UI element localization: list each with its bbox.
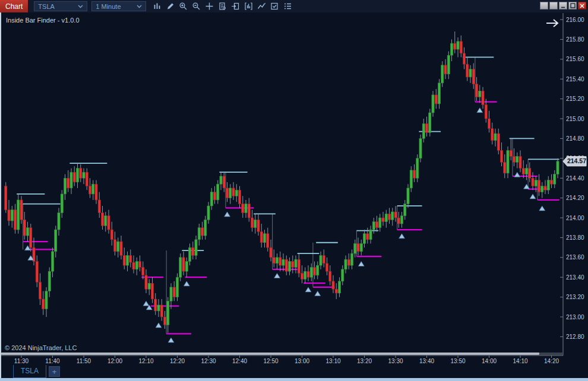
candle-up [245,204,247,213]
candle-up [61,194,63,213]
candle-up [557,161,559,174]
candle-up [350,253,353,265]
candle-down [86,172,88,186]
candle-down [120,242,122,255]
plot-area [5,31,559,342]
candle-up [263,234,265,243]
inside-bar-marker [168,338,174,342]
candle-up [282,259,284,265]
maximize-button[interactable] [568,2,577,9]
chart-toolbar-icons [152,2,292,11]
candle-up [416,158,419,178]
candle-up [432,95,434,113]
candle-up [220,176,222,184]
candle-down [138,261,141,267]
report-icon[interactable] [217,2,227,11]
candle-down [472,69,475,84]
window-bottom-border [0,378,588,381]
properties-list-icon[interactable] [283,2,292,11]
candle-up [157,305,160,311]
candle-down [151,283,153,299]
candle-up [48,271,50,291]
document-tab-bar: TSLA + [0,364,588,378]
inside-bar-marker [184,281,189,286]
candle-down [325,263,328,271]
candle-down [460,42,462,53]
candle-down [95,184,97,200]
price-tick-label: 215.20 [566,96,584,102]
candle-up [45,291,48,309]
candle-up [554,174,556,185]
window-button-blank-2[interactable] [549,2,558,9]
interval-dropdown[interactable]: 1 Minute [91,1,146,11]
symbol-dropdown[interactable]: TSLA [34,1,87,11]
crosshair-icon[interactable] [204,2,214,11]
candle-down [232,188,235,196]
price-tick-label: 213.60 [566,254,584,261]
candle-down [550,180,552,185]
add-tab-button[interactable]: + [49,366,60,377]
last-price-badge: 214.57 [563,157,586,166]
price-tick-label: 213.40 [566,274,584,281]
candle-up [450,43,453,55]
candle-up [64,178,66,194]
go-to-latest-arrow-icon[interactable] [545,18,559,31]
candle-down [435,95,437,104]
chevron-down-icon [137,5,142,8]
close-button[interactable] [578,2,586,9]
drawing-tools-pencil-icon[interactable] [165,2,175,11]
candle-down [329,271,331,281]
candle-down [113,240,116,252]
candle-down [101,213,103,226]
candle-down [335,289,337,293]
candle-down [301,274,303,280]
candle-down [5,186,7,210]
indicators-icon[interactable] [257,2,266,11]
candle-up [235,190,238,196]
candle-down [285,259,287,271]
candle-down [80,169,82,179]
candle-up [76,169,78,182]
chart-window-tab[interactable]: Chart [0,0,28,12]
candle-up [438,83,440,104]
chart-canvas[interactable]: 216.00215.80215.60215.40215.20215.00214.… [0,0,588,381]
candle-down [108,216,110,230]
candle-up [167,301,169,325]
candle-up [535,180,537,186]
candle-down [145,275,147,289]
candle-up [217,184,219,200]
zoom-out-icon[interactable] [191,2,201,11]
data-series-icon[interactable] [230,2,240,11]
candle-down [538,180,540,192]
maximize-icon [570,3,576,8]
candle-up [419,138,422,158]
candle-up [58,213,60,230]
chart-analyzer-icon[interactable] [244,2,253,11]
candle-up [320,255,322,265]
candle-up [254,220,257,227]
candle-down [242,204,244,213]
candle-up [429,113,431,132]
inside-bar-marker [399,234,405,239]
candle-up [176,277,178,297]
candle-down [394,212,397,218]
zoom-in-icon[interactable] [178,2,188,11]
candle-down [182,258,185,271]
strategies-icon[interactable] [270,2,279,11]
candle-down [160,305,163,317]
window-button-blank-1[interactable] [540,2,548,9]
tab-tsla[interactable]: TSLA [13,365,46,378]
candle-up [276,258,278,263]
candle-up [516,156,519,162]
candle-down [67,178,69,188]
time-scrollbar-thumb[interactable] [1,353,539,355]
candle-down [413,170,415,178]
candle-up [317,265,319,275]
chart-style-bars-icon[interactable] [152,2,162,11]
candle-down [382,218,384,222]
minimize-button[interactable] [559,2,567,9]
price-tick-label: 214.40 [566,175,584,182]
candle-up [360,243,362,251]
candle-down [251,218,253,228]
candle-up [479,91,481,97]
